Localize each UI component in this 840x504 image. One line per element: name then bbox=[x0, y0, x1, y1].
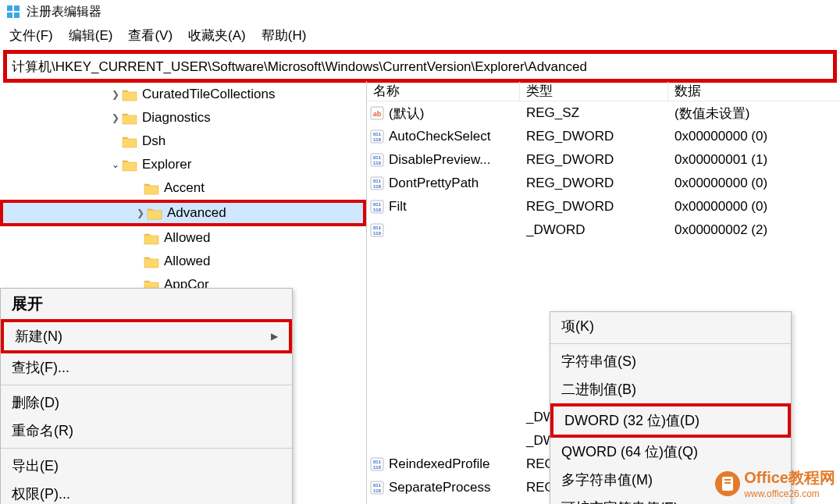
tree-item-advanced[interactable]: ❯Advanced bbox=[0, 200, 366, 226]
value-data: 0x00000000 (0) bbox=[668, 199, 840, 215]
value-type: REG_DWORD bbox=[520, 152, 668, 168]
tree-item-curatedtilecollections[interactable]: ❯CuratedTileCollections bbox=[0, 83, 366, 106]
menu-label: 删除(D) bbox=[12, 393, 59, 412]
svg-text:110: 110 bbox=[373, 161, 382, 165]
menu-label: 权限(P)... bbox=[12, 484, 70, 503]
menu-item[interactable]: 重命名(R) bbox=[1, 417, 292, 445]
svg-text:ab: ab bbox=[373, 110, 382, 118]
tree-arrow-icon[interactable]: ⌄ bbox=[109, 159, 122, 170]
menu-label: 导出(E) bbox=[12, 456, 59, 475]
svg-rect-30 bbox=[724, 482, 731, 484]
value-type: _DWORD bbox=[520, 222, 668, 238]
tree-arrow-icon[interactable]: ❯ bbox=[109, 89, 122, 100]
menu-item[interactable]: DWORD (32 位)值(D) bbox=[550, 403, 791, 438]
tree-label: Allowed bbox=[164, 254, 211, 269]
value-row[interactable] bbox=[367, 242, 840, 265]
svg-text:110: 110 bbox=[373, 208, 382, 212]
tree-item-diagnostics[interactable]: ❯Diagnostics bbox=[0, 106, 366, 130]
address-path: 计算机\HKEY_CURRENT_USER\Software\Microsoft… bbox=[12, 58, 587, 76]
tree-item-accent[interactable]: Accent bbox=[0, 176, 366, 200]
tree-label: Accent bbox=[164, 180, 205, 196]
value-data: 0x00000000 (0) bbox=[668, 129, 840, 144]
svg-text:011: 011 bbox=[373, 225, 382, 230]
svg-text:110: 110 bbox=[373, 488, 382, 493]
value-row[interactable]: 011110AutoCheckSelectREG_DWORD0x00000000… bbox=[367, 125, 840, 148]
menu-label: 重命名(R) bbox=[12, 421, 73, 440]
tree-item-allowed[interactable]: Allowed bbox=[0, 226, 366, 250]
svg-text:011: 011 bbox=[373, 132, 382, 137]
value-name: DisablePreview... bbox=[389, 152, 490, 168]
submenu-arrow-icon: ▶ bbox=[271, 331, 278, 342]
title-bar: 注册表编辑器 bbox=[0, 0, 840, 23]
menu-item[interactable]: 项(K) bbox=[550, 312, 791, 340]
value-name: (默认) bbox=[389, 105, 424, 122]
menu-item[interactable]: 二进制值(B) bbox=[550, 375, 791, 403]
value-data: 0x00000000 (0) bbox=[668, 176, 840, 191]
value-row[interactable]: 011110DontPrettyPathREG_DWORD0x00000000 … bbox=[367, 172, 840, 195]
menu-item[interactable]: 字符串值(S) bbox=[550, 347, 791, 375]
value-type: REG_DWORD bbox=[520, 176, 668, 191]
value-type: REG_DWORD bbox=[520, 129, 668, 144]
menu-item[interactable]: 新建(N)▶ bbox=[1, 319, 292, 353]
menu-label: 项(K) bbox=[561, 317, 594, 335]
svg-text:011: 011 bbox=[373, 202, 382, 207]
menu-item[interactable]: 查找(F)... bbox=[1, 353, 292, 382]
value-name: ReindexedProfile bbox=[389, 456, 489, 472]
menu-edit[interactable]: 编辑(E) bbox=[66, 25, 116, 46]
menu-label: DWORD (32 位)值(D) bbox=[564, 411, 699, 430]
watermark: Office教程网 www.office26.com bbox=[714, 467, 835, 499]
tree-label: CuratedTileCollections bbox=[142, 87, 275, 102]
cm-expand[interactable]: 展开 bbox=[1, 289, 292, 319]
tree-item-allowed[interactable]: Allowed bbox=[0, 250, 366, 273]
tree-arrow-icon[interactable]: ❯ bbox=[134, 208, 147, 218]
value-row[interactable]: 011110_DWORD0x00000002 (2) bbox=[367, 218, 840, 242]
menu-item[interactable]: QWORD (64 位)值(Q) bbox=[550, 438, 791, 466]
value-row[interactable]: 011110FiltREG_DWORD0x00000000 (0) bbox=[367, 195, 840, 218]
svg-rect-2 bbox=[7, 12, 12, 18]
tree-arrow-icon[interactable]: ❯ bbox=[109, 112, 122, 123]
tree-label: Allowed bbox=[164, 230, 211, 246]
svg-text:110: 110 bbox=[373, 231, 382, 236]
value-type: REG_SZ bbox=[520, 105, 668, 121]
menu-bar: 文件(F) 编辑(E) 查看(V) 收藏夹(A) 帮助(H) bbox=[0, 23, 840, 47]
value-row[interactable] bbox=[367, 265, 840, 289]
tree-label: Explorer bbox=[142, 157, 191, 172]
value-row[interactable] bbox=[367, 289, 840, 312]
svg-text:011: 011 bbox=[373, 483, 382, 488]
menu-separator bbox=[550, 343, 791, 344]
svg-text:011: 011 bbox=[373, 155, 382, 160]
value-type: REG_DWORD bbox=[520, 199, 668, 215]
menu-label: 二进制值(B) bbox=[561, 380, 636, 399]
watermark-url: www.office26.com bbox=[744, 488, 835, 499]
col-name[interactable]: 名称 bbox=[367, 82, 520, 100]
menu-view[interactable]: 查看(V) bbox=[125, 25, 176, 46]
value-data: (数值未设置) bbox=[668, 105, 840, 122]
menu-favorites[interactable]: 收藏夹(A) bbox=[185, 25, 249, 46]
value-name: Filt bbox=[389, 199, 407, 215]
menu-item[interactable]: 权限(P)... bbox=[1, 480, 292, 504]
menu-label: QWORD (64 位)值(Q) bbox=[561, 442, 698, 461]
svg-text:110: 110 bbox=[373, 184, 382, 189]
window-title: 注册表编辑器 bbox=[27, 4, 101, 20]
tree-item-dsh[interactable]: Dsh bbox=[0, 130, 366, 153]
tree-label: Diagnostics bbox=[142, 110, 211, 126]
value-row[interactable]: 011110DisablePreview...REG_DWORD0x000000… bbox=[367, 148, 840, 172]
office-logo-icon bbox=[714, 470, 741, 497]
menu-help[interactable]: 帮助(H) bbox=[258, 25, 310, 46]
col-data[interactable]: 数据 bbox=[668, 82, 840, 100]
menu-item[interactable]: 删除(D) bbox=[1, 389, 292, 417]
value-data: 0x00000001 (1) bbox=[668, 152, 840, 168]
watermark-title: Office教程网 bbox=[744, 467, 835, 488]
menu-item[interactable]: 导出(E) bbox=[1, 452, 292, 480]
menu-separator bbox=[1, 385, 292, 385]
svg-text:011: 011 bbox=[373, 179, 382, 183]
menu-file[interactable]: 文件(F) bbox=[6, 25, 56, 46]
svg-text:011: 011 bbox=[373, 460, 382, 464]
value-name: DontPrettyPath bbox=[389, 176, 479, 191]
address-bar[interactable]: 计算机\HKEY_CURRENT_USER\Software\Microsoft… bbox=[3, 50, 837, 83]
tree-item-explorer[interactable]: ⌄Explorer bbox=[0, 153, 366, 176]
menu-label: 新建(N) bbox=[15, 327, 62, 346]
value-name: SeparateProcess bbox=[389, 480, 490, 495]
col-type[interactable]: 类型 bbox=[520, 82, 668, 100]
value-row[interactable]: ab(默认)REG_SZ(数值未设置) bbox=[367, 101, 840, 125]
